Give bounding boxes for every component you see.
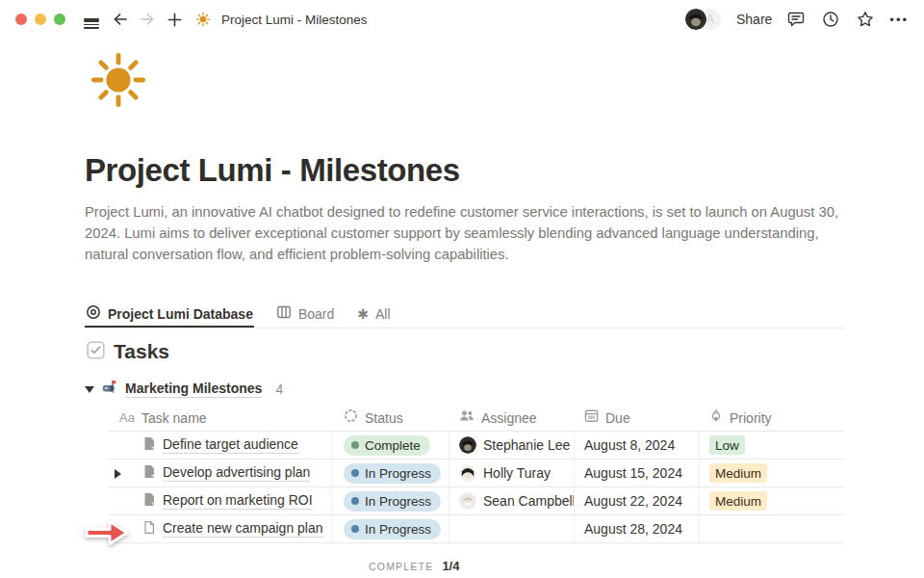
avatar	[459, 436, 476, 454]
column-label: Task name	[141, 410, 207, 426]
view-tabs: Project Lumi Database Board ✱ All	[85, 300, 845, 328]
priority-tag[interactable]: Low	[709, 435, 745, 455]
calendar-icon	[584, 408, 599, 427]
new-page-icon[interactable]	[164, 9, 185, 30]
more-options-icon[interactable]: •••	[889, 13, 909, 27]
priority-cell-empty[interactable]	[700, 515, 844, 542]
board-columns-icon	[276, 304, 292, 323]
column-assignee[interactable]: Assignee	[449, 405, 575, 431]
assignee-cell[interactable]: Holly Turay	[449, 460, 575, 486]
status-badge[interactable]: In Progress	[344, 519, 441, 539]
status-cell[interactable]: Complete	[332, 432, 449, 459]
status-badge[interactable]: In Progress	[344, 491, 441, 512]
tasks-heading: Tasks	[114, 340, 169, 363]
history-clock-icon[interactable]	[820, 9, 841, 30]
column-status[interactable]: Status	[332, 405, 449, 431]
priority-cell[interactable]: Low	[700, 432, 844, 459]
task-title[interactable]: Report on marketing ROI	[163, 492, 313, 510]
status-dot-icon	[351, 525, 359, 533]
table-footer-calculation[interactable]: COMPLETE 1/4	[369, 559, 459, 573]
back-icon[interactable]	[110, 9, 131, 30]
breadcrumb[interactable]: Project Lumi - Milestones	[221, 13, 368, 27]
notion-window: Project Lumi - Milestones A Share •••	[0, 0, 924, 578]
group-count: 4	[275, 381, 283, 397]
breadcrumb-sun-icon	[192, 9, 214, 30]
page-outline-icon	[142, 520, 156, 539]
due-cell[interactable]: August 22, 2024	[575, 487, 700, 514]
table-row[interactable]: Define target audience Complete Stephani…	[108, 432, 844, 460]
status-badge[interactable]: Complete	[344, 435, 430, 456]
task-title[interactable]: Create new campaign plan	[163, 520, 323, 538]
due-cell[interactable]: August 28, 2024	[575, 515, 700, 542]
status-badge[interactable]: In Progress	[344, 463, 441, 484]
favorite-star-icon[interactable]	[855, 9, 876, 30]
column-due[interactable]: Due	[575, 405, 700, 431]
titlebar: Project Lumi - Milestones A Share •••	[0, 0, 924, 39]
column-label: Due	[605, 410, 630, 426]
comments-icon[interactable]	[785, 9, 807, 30]
assignee-name: Holly Turay	[483, 465, 551, 481]
close-window-button[interactable]	[15, 13, 27, 25]
status-spinner-icon	[344, 408, 358, 427]
expand-triangle-icon[interactable]	[115, 469, 121, 479]
tab-label: Project Lumi Database	[108, 306, 253, 322]
mailbox-emoji-icon	[102, 380, 117, 399]
page-filled-icon	[142, 492, 156, 511]
tab-label: All	[375, 306, 391, 322]
avatar	[459, 492, 476, 510]
status-cell[interactable]: In Progress	[332, 515, 449, 542]
tasks-table: Aa Task name Status Assignee Due	[108, 405, 844, 543]
column-task-name[interactable]: Aa Task name	[108, 405, 332, 431]
due-cell[interactable]: August 8, 2024	[575, 432, 700, 459]
column-priority[interactable]: Priority	[700, 405, 844, 431]
checkbox-icon	[87, 341, 105, 363]
tab-all[interactable]: ✱ All	[356, 300, 391, 328]
table-body: Define target audience Complete Stephani…	[108, 432, 844, 543]
zoom-window-button[interactable]	[54, 13, 65, 25]
forward-icon[interactable]	[137, 9, 158, 30]
group-name[interactable]: Marketing Milestones	[125, 381, 262, 398]
avatar	[684, 8, 707, 31]
database-target-icon	[86, 304, 101, 323]
priority-tag[interactable]: Medium	[709, 491, 767, 511]
flame-icon	[709, 408, 723, 427]
red-arrow-cursor-icon	[81, 517, 133, 552]
priority-tag[interactable]: Medium	[709, 463, 767, 483]
table-row[interactable]: Create new campaign plan In Progress Aug…	[108, 515, 844, 543]
share-button[interactable]: Share	[736, 12, 772, 27]
task-title[interactable]: Define target audience	[163, 436, 298, 454]
task-cell[interactable]: Report on marketing ROI	[108, 487, 332, 514]
collaborator-avatars[interactable]: A	[684, 8, 723, 31]
minimize-window-button[interactable]	[35, 13, 46, 25]
task-cell[interactable]: Create new campaign plan	[108, 515, 332, 542]
page-sun-icon[interactable]	[89, 50, 148, 110]
collapse-triangle-icon[interactable]	[85, 386, 94, 393]
status-label: In Progress	[365, 494, 431, 509]
group-row-marketing-milestones: Marketing Milestones 4	[85, 380, 283, 399]
status-label: In Progress	[365, 522, 431, 537]
table-row[interactable]: Develop advertising plan In Progress Hol…	[108, 460, 844, 487]
task-cell[interactable]: Define target audience	[108, 432, 332, 459]
sidebar-toggle-icon[interactable]	[81, 9, 102, 30]
status-dot-icon	[351, 441, 359, 449]
table-row[interactable]: Report on marketing ROI In Progress Sean…	[108, 487, 844, 515]
spark-asterisk-icon: ✱	[357, 307, 369, 321]
priority-cell[interactable]: Medium	[700, 487, 844, 514]
task-title[interactable]: Develop advertising plan	[163, 464, 310, 482]
priority-cell[interactable]: Medium	[700, 460, 844, 486]
task-cell[interactable]: Develop advertising plan	[108, 460, 332, 486]
assignee-cell[interactable]: Sean Campbell	[449, 487, 575, 514]
status-dot-icon	[351, 497, 359, 505]
due-cell[interactable]: August 15, 2024	[575, 460, 700, 486]
tab-board[interactable]: Board	[275, 300, 335, 328]
people-icon	[459, 408, 475, 428]
assignee-cell-empty[interactable]	[449, 515, 575, 542]
status-cell[interactable]: In Progress	[332, 460, 449, 486]
due-date: August 22, 2024	[584, 493, 682, 509]
tab-project-lumi-database[interactable]: Project Lumi Database	[85, 300, 254, 328]
status-label: Complete	[365, 438, 421, 453]
column-label: Priority	[730, 410, 772, 426]
assignee-cell[interactable]: Stephanie Lee	[449, 432, 575, 459]
page-filled-icon	[142, 464, 156, 483]
status-cell[interactable]: In Progress	[332, 487, 449, 514]
